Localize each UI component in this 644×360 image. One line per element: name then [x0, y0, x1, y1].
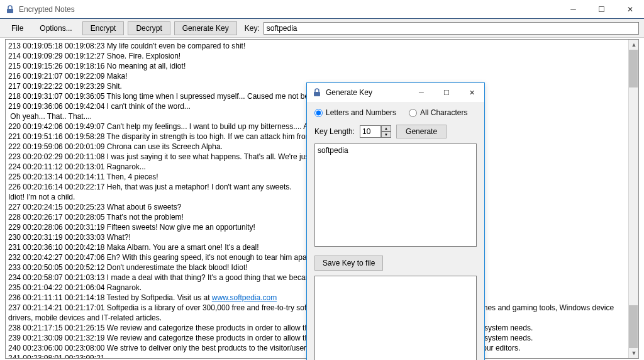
- lock-icon: [5, 4, 15, 14]
- radio-letters-input[interactable]: [314, 109, 323, 117]
- keylength-spinner[interactable]: ▲ ▼: [360, 125, 391, 138]
- spin-down-icon[interactable]: ▼: [381, 132, 391, 138]
- dialog-generate-button[interactable]: Generate: [396, 125, 447, 138]
- scrollbar[interactable]: ▲ ▼: [628, 40, 638, 358]
- keylength-label: Key Length:: [314, 127, 355, 136]
- svg-rect-0: [7, 9, 13, 13]
- radio-all-chars[interactable]: All Characters: [409, 108, 467, 117]
- menu-file[interactable]: File: [5, 21, 30, 35]
- dialog-maximize-button[interactable]: ☐: [434, 84, 459, 102]
- softpedia-link[interactable]: www.softpedia.com: [212, 293, 277, 302]
- scroll-thumb-lower[interactable]: [629, 305, 638, 348]
- window-title: Encrypted Notes: [19, 5, 559, 14]
- key-input[interactable]: [264, 22, 639, 35]
- dialog-titlebar: Generate Key ─ ☐ ✕: [307, 83, 484, 102]
- keylength-row: Key Length: ▲ ▼ Generate: [314, 125, 477, 138]
- dialog-body: Letters and Numbers All Characters Key L…: [307, 102, 484, 360]
- scroll-down-arrow[interactable]: ▼: [629, 348, 639, 358]
- key-label: Key:: [245, 24, 260, 33]
- file-output-box: [314, 276, 477, 360]
- svg-rect-1: [314, 92, 320, 96]
- maximize-button[interactable]: ☐: [587, 0, 616, 18]
- scroll-thumb[interactable]: [629, 50, 638, 87]
- dialog-close-button[interactable]: ✕: [459, 84, 484, 102]
- close-button[interactable]: ✕: [616, 0, 644, 18]
- menu-options[interactable]: Options...: [33, 21, 78, 35]
- decrypt-button[interactable]: Decrypt: [128, 21, 170, 35]
- lock-icon: [312, 87, 322, 98]
- charset-radios: Letters and Numbers All Characters: [314, 108, 477, 117]
- generated-key-output[interactable]: [314, 143, 477, 247]
- toolbar: File Options... Encrypt Decrypt Generate…: [0, 19, 644, 38]
- minimize-button[interactable]: ─: [559, 0, 587, 18]
- radio-all-input[interactable]: [409, 109, 417, 117]
- spin-up-icon[interactable]: ▲: [381, 125, 391, 132]
- encrypt-button[interactable]: Encrypt: [82, 21, 125, 35]
- main-titlebar: Encrypted Notes ─ ☐ ✕: [0, 0, 644, 19]
- dialog-minimize-button[interactable]: ─: [409, 84, 434, 102]
- generate-key-button[interactable]: Generate Key: [174, 21, 237, 35]
- scroll-up-arrow[interactable]: ▲: [629, 40, 639, 50]
- generate-key-dialog: Generate Key ─ ☐ ✕ Letters and Numbers A…: [306, 82, 485, 360]
- radio-letters-numbers[interactable]: Letters and Numbers: [314, 108, 396, 117]
- dialog-title: Generate Key: [326, 88, 409, 97]
- save-key-button[interactable]: Save Key to file: [314, 256, 383, 271]
- content-area: 213 00:19:05:18 00:19:08:23 My life coul…: [0, 38, 644, 360]
- keylength-input[interactable]: [360, 125, 381, 138]
